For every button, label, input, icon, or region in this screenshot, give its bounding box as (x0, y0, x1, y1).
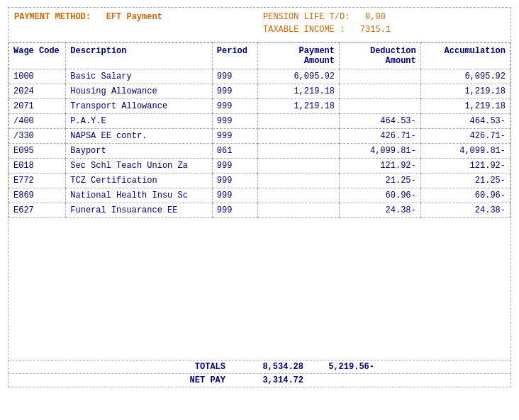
taxable-label: TAXABLE INCOME : (263, 25, 345, 35)
cell-accumulation: 121.92- (420, 159, 510, 174)
cell-payment_amount: 1,219.18 (258, 99, 340, 114)
col-header-description: Description (66, 43, 213, 69)
cell-payment_amount (258, 174, 340, 188)
cell-period: 999 (212, 159, 258, 174)
cell-description: Sec Schl Teach Union Za (66, 159, 213, 174)
table-row: 2024Housing Allowance9991,219.181,219.18 (9, 84, 510, 99)
cell-wage_code: 2024 (9, 84, 66, 99)
col-header-period: Period (212, 43, 258, 69)
cell-description: Housing Allowance (66, 84, 213, 99)
cell-accumulation: 1,219.18 (420, 99, 510, 114)
totals-payment: 8,534.28 (233, 362, 303, 372)
header-section: PAYMENT METHOD: EFT Payment PENSION LIFE… (9, 8, 510, 42)
cell-period: 061 (212, 144, 258, 159)
cell-accumulation: 1,219.18 (420, 84, 510, 99)
table-row: 1000Basic Salary9996,095.926,095.92 (9, 69, 510, 84)
cell-payment_amount (258, 129, 340, 144)
net-pay-value: 3,314.72 (233, 375, 303, 385)
cell-deduction_amount: 24.38- (340, 203, 421, 218)
cell-description: Funeral Insuarance EE (66, 203, 213, 218)
table-row: E627Funeral Insuarance EE99924.38-24.38- (9, 203, 510, 218)
table-row: 2071Transport Allowance9991,219.181,219.… (9, 99, 510, 114)
cell-description: P.A.Y.E (66, 114, 213, 129)
col-header-wage-code: Wage Code (9, 43, 66, 69)
cell-accumulation: 6,095.92 (420, 69, 510, 84)
cell-description: TCZ Certification (66, 174, 213, 188)
col-header-deduction-amount: DeductionAmount (340, 43, 421, 69)
pension-line: PENSION LIFE T/D: 0,00 (263, 12, 505, 22)
col-header-payment-amount: PaymentAmount (258, 43, 340, 69)
col-header-accumulation: Accumulation (420, 43, 510, 69)
cell-payment_amount (258, 188, 340, 203)
taxable-line: TAXABLE INCOME : 7315.1 (263, 25, 505, 35)
cell-deduction_amount: 426.71- (340, 129, 421, 144)
table-row: E018Sec Schl Teach Union Za999121.92-121… (9, 159, 510, 174)
cell-accumulation: 60.96- (420, 188, 510, 203)
cell-deduction_amount: 464.53- (340, 114, 421, 129)
payment-method-label: PAYMENT METHOD: (14, 12, 91, 22)
cell-deduction_amount (340, 69, 421, 84)
cell-wage_code: E018 (9, 159, 66, 174)
table-body: 1000Basic Salary9996,095.926,095.922024H… (9, 69, 510, 218)
payment-method: PAYMENT METHOD: EFT Payment (14, 12, 256, 38)
cell-deduction_amount: 121.92- (340, 159, 421, 174)
page-container: PAYMENT METHOD: EFT Payment PENSION LIFE… (8, 7, 511, 387)
pension-label: PENSION LIFE T/D: (263, 12, 350, 22)
pension-value: 0,00 (365, 12, 386, 22)
totals-deduction: 5,219.56- (303, 362, 374, 372)
cell-description: NAPSA EE contr. (66, 129, 213, 144)
cell-wage_code: E627 (9, 203, 66, 218)
cell-description: Transport Allowance (66, 99, 213, 114)
totals-label: TOTALS (13, 362, 233, 372)
payroll-table: Wage Code Description Period PaymentAmou… (9, 42, 510, 218)
cell-period: 999 (212, 129, 258, 144)
cell-deduction_amount (340, 84, 421, 99)
totals-row: TOTALS 8,534.28 5,219.56- (9, 360, 510, 373)
cell-wage_code: E095 (9, 144, 66, 159)
cell-description: Basic Salary (66, 69, 213, 84)
cell-wage_code: 1000 (9, 69, 66, 84)
cell-wage_code: E772 (9, 174, 66, 188)
cell-payment_amount (258, 114, 340, 129)
cell-payment_amount (258, 144, 340, 159)
cell-payment_amount: 1,219.18 (258, 84, 340, 99)
cell-deduction_amount: 4,099.81- (340, 144, 421, 159)
cell-period: 999 (212, 203, 258, 218)
cell-wage_code: /400 (9, 114, 66, 129)
table-row: E869National Health Insu Sc99960.96-60.9… (9, 188, 510, 203)
payment-method-value: EFT Payment (106, 12, 162, 22)
cell-payment_amount: 6,095.92 (258, 69, 340, 84)
cell-accumulation: 24.38- (420, 203, 510, 218)
cell-period: 999 (212, 99, 258, 114)
cell-description: National Health Insu Sc (66, 188, 213, 203)
cell-accumulation: 426.71- (420, 129, 510, 144)
bottom-spacer (9, 218, 510, 360)
cell-wage_code: E869 (9, 188, 66, 203)
header-right: PENSION LIFE T/D: 0,00 TAXABLE INCOME : … (256, 12, 505, 38)
cell-period: 999 (212, 174, 258, 188)
cell-deduction_amount (340, 99, 421, 114)
cell-wage_code: 2071 (9, 99, 66, 114)
cell-accumulation: 21.25- (420, 174, 510, 188)
cell-wage_code: /330 (9, 129, 66, 144)
cell-description: Bayport (66, 144, 213, 159)
cell-payment_amount (258, 159, 340, 174)
cell-accumulation: 464.53- (420, 114, 510, 129)
cell-deduction_amount: 60.96- (340, 188, 421, 203)
cell-accumulation: 4,099.81- (420, 144, 510, 159)
table-row: E095Bayport0614,099.81-4,099.81- (9, 144, 510, 159)
table-row: /330NAPSA EE contr.999426.71-426.71- (9, 129, 510, 144)
cell-period: 999 (212, 69, 258, 84)
cell-deduction_amount: 21.25- (340, 174, 421, 188)
cell-period: 999 (212, 114, 258, 129)
table-row: /400P.A.Y.E999464.53-464.53- (9, 114, 510, 129)
cell-period: 999 (212, 188, 258, 203)
cell-period: 999 (212, 84, 258, 99)
cell-payment_amount (258, 203, 340, 218)
net-pay-label: NET PAY (13, 375, 233, 385)
table-header-row: Wage Code Description Period PaymentAmou… (9, 43, 510, 69)
taxable-value: 7315.1 (360, 25, 391, 35)
net-pay-row: NET PAY 3,314.72 (9, 373, 510, 387)
table-row: E772TCZ Certification99921.25-21.25- (9, 174, 510, 188)
